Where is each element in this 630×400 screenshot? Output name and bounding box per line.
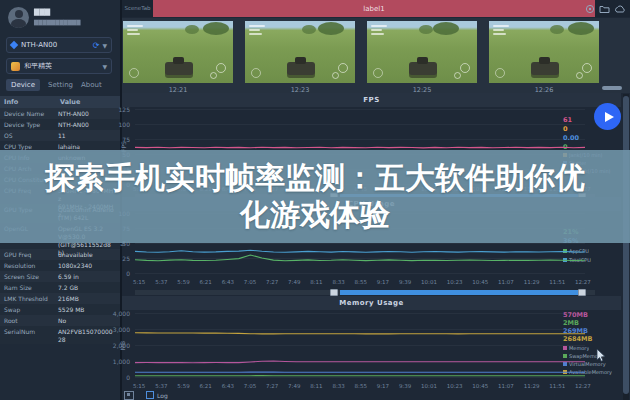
folder-icon[interactable] bbox=[599, 4, 610, 14]
info-label: Resolution bbox=[4, 262, 58, 271]
chevron-down-icon[interactable]: ▼ bbox=[102, 63, 107, 70]
tab-about[interactable]: About bbox=[81, 79, 102, 91]
x-tick-label: 7:05 bbox=[244, 279, 256, 285]
y-tick-label: 3,000 bbox=[100, 326, 130, 333]
y-tick-label: 2,000 bbox=[100, 342, 130, 349]
video-thumbnail[interactable] bbox=[367, 21, 477, 83]
x-tick-label: 9:39 bbox=[399, 279, 411, 285]
y-tick-label: 1,000 bbox=[100, 358, 130, 365]
x-tick-label: 12:27 bbox=[575, 279, 591, 285]
x-tick-label: 9:17 bbox=[377, 383, 389, 389]
fps-chart-title: FPS bbox=[363, 96, 379, 104]
info-label: SerialNum bbox=[4, 328, 58, 344]
cpu-slider-left-handle[interactable] bbox=[330, 289, 338, 296]
avatar[interactable] bbox=[8, 7, 29, 28]
x-tick-label: 7:49 bbox=[288, 383, 300, 389]
video-thumbnail[interactable] bbox=[245, 21, 355, 83]
x-tick-label: 7:49 bbox=[288, 279, 300, 285]
info-label: Root bbox=[4, 317, 58, 326]
video-thumbnail[interactable] bbox=[489, 21, 599, 83]
x-tick-label: 8:11 bbox=[310, 279, 322, 285]
x-tick-label: 5:59 bbox=[177, 279, 189, 285]
thumbnail-scrollbar[interactable] bbox=[602, 86, 622, 90]
x-tick-label: 6:21 bbox=[199, 383, 211, 389]
game-app-icon bbox=[11, 62, 20, 71]
x-tick-label: 8:33 bbox=[332, 279, 344, 285]
series-FPS bbox=[135, 147, 585, 148]
refresh-icon[interactable]: ⟳ bbox=[93, 41, 100, 50]
window-icon[interactable] bbox=[124, 391, 134, 400]
x-tick-label: 9:39 bbox=[399, 383, 411, 389]
overlay-text-line2: 化游戏体验 bbox=[240, 197, 390, 234]
series-AvailableMemory bbox=[135, 333, 585, 334]
x-tick-label: 11:51 bbox=[549, 383, 565, 389]
series-Memory bbox=[135, 361, 585, 363]
tab-setting[interactable]: Setting bbox=[48, 79, 73, 91]
series-TotalCPU bbox=[135, 250, 585, 252]
play-icon bbox=[605, 112, 614, 122]
sidebar-tabs: Device Setting About bbox=[6, 79, 102, 91]
play-button[interactable] bbox=[594, 103, 621, 130]
x-tick-label: 8:11 bbox=[310, 383, 322, 389]
y-tick-label: 125 bbox=[100, 106, 130, 113]
overlay-text-line1: 探索手机实时帧率监测：五大软件助你优 bbox=[45, 160, 585, 197]
tab-device[interactable]: Device bbox=[6, 79, 40, 91]
x-tick-label: 10:23 bbox=[447, 279, 463, 285]
x-tick-label: 8:55 bbox=[355, 383, 367, 389]
log-label: Log bbox=[157, 392, 168, 399]
info-label: LMK Threshold bbox=[4, 295, 58, 304]
x-tick-label: 7:27 bbox=[266, 383, 278, 389]
y-tick-label: 4,000 bbox=[100, 310, 130, 317]
col-info: Info bbox=[4, 96, 60, 108]
x-tick-label: 6:43 bbox=[222, 383, 234, 389]
device-info-row: RootNo bbox=[0, 315, 120, 326]
x-tick-label: 10:01 bbox=[421, 383, 437, 389]
x-tick-label: 5:15 bbox=[133, 279, 145, 285]
x-tick-label: 10:01 bbox=[421, 279, 437, 285]
y-tick-label: 0 bbox=[100, 270, 130, 277]
chevron-down-icon[interactable]: ▼ bbox=[102, 42, 107, 49]
x-tick-label: 5:59 bbox=[177, 383, 189, 389]
app-select[interactable]: 和平精英 ▼ bbox=[6, 58, 112, 74]
cpu-x-axis: 5:155:375:596:216:437:057:277:498:118:33… bbox=[133, 279, 591, 285]
memory-chart-title: Memory Usage bbox=[339, 299, 404, 307]
x-tick-label: 11:07 bbox=[498, 383, 514, 389]
device-select-value: NTH-AN00 bbox=[21, 41, 93, 49]
cloud-icon[interactable] bbox=[614, 4, 626, 14]
user-subtitle: ▇▇▇▇▇▇▇▇▇▇▇ bbox=[34, 19, 81, 25]
info-label: GPU Freq bbox=[4, 251, 58, 260]
x-tick-label: 9:17 bbox=[377, 279, 389, 285]
device-select[interactable]: NTH-AN00 ⟳ ▼ bbox=[6, 37, 112, 53]
label-bar[interactable]: label1 bbox=[153, 0, 595, 17]
y-tick-label: 75 bbox=[100, 136, 130, 143]
app-select-value: 和平精英 bbox=[24, 61, 102, 71]
log-row: Log bbox=[122, 390, 621, 400]
log-checkbox[interactable] bbox=[146, 391, 154, 399]
record-icon[interactable] bbox=[585, 4, 595, 14]
video-thumbnail[interactable] bbox=[123, 21, 233, 83]
overlay-banner: 探索手机实时帧率监测：五大软件助你优 化游戏体验 bbox=[0, 150, 630, 243]
vertical-scrollbar[interactable] bbox=[623, 94, 629, 400]
info-value: 216MB bbox=[58, 295, 116, 304]
user-name: ▇▇▇ bbox=[34, 8, 50, 16]
x-tick-label: 8:33 bbox=[332, 383, 344, 389]
x-tick-label: 11:29 bbox=[524, 279, 540, 285]
cpu-slider-right-handle[interactable] bbox=[578, 289, 586, 296]
label-bar-text: label1 bbox=[363, 5, 384, 13]
memory-x-axis: 5:155:375:596:216:437:057:277:498:118:33… bbox=[133, 383, 591, 389]
video-thumbnail-strip[interactable]: 12:2112:2312:2512:26 bbox=[122, 18, 630, 93]
y-tick-label: 25 bbox=[100, 255, 130, 262]
x-tick-label: 7:27 bbox=[266, 279, 278, 285]
x-tick-label: 12:27 bbox=[575, 383, 591, 389]
x-tick-label: 8:55 bbox=[355, 279, 367, 285]
x-tick-label: 11:29 bbox=[524, 383, 540, 389]
device-info-row: LMK Threshold216MB bbox=[0, 293, 120, 304]
device-icon bbox=[10, 41, 18, 49]
info-label: Device Type bbox=[4, 121, 58, 130]
info-label: Device Name bbox=[4, 110, 58, 119]
x-tick-label: 10:23 bbox=[447, 383, 463, 389]
mouse-cursor bbox=[596, 349, 606, 362]
cpu-range-slider[interactable] bbox=[135, 290, 595, 295]
scene-tab[interactable]: SceneTab bbox=[122, 0, 153, 17]
app-window: ▇▇▇ ▇▇▇▇▇▇▇▇▇▇▇ NTH-AN00 ⟳ ▼ 和平精英 ▼ Devi… bbox=[0, 0, 630, 400]
